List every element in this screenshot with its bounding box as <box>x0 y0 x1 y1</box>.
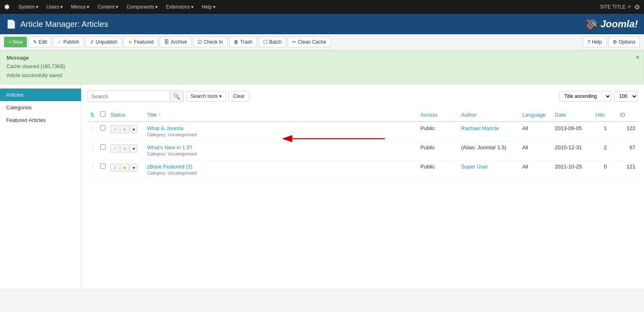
article-id: 67 <box>618 141 638 160</box>
author-link[interactable]: Rachael Maricle <box>461 125 499 131</box>
trash-icon: 🗑 <box>234 39 239 45</box>
nav-components[interactable]: Components ▾ <box>123 0 161 14</box>
joomla-logo-icon <box>585 17 599 31</box>
main-content: Articles Categories Featured Articles 🔍 … <box>0 84 644 288</box>
th-author[interactable]: Author <box>459 108 520 122</box>
article-category: Category: Uncategorised <box>147 170 197 175</box>
th-hits[interactable]: Hits <box>593 108 618 122</box>
unpublish-button[interactable]: ✗ Unpublish <box>86 37 122 47</box>
search-submit-button[interactable]: 🔍 <box>169 91 183 102</box>
search-tools-button[interactable]: Search tools ▾ <box>186 91 226 102</box>
article-title-link[interactable]: zBase Featured (2) <box>147 164 192 170</box>
table-row: ⋮ ✓ ★ ▾ What's New in 1.5?Category: Unca… <box>88 141 638 160</box>
th-date[interactable]: Date <box>552 108 593 122</box>
article-language: All <box>520 141 552 160</box>
checkin-button[interactable]: ☑ Check In <box>193 37 227 47</box>
trash-button[interactable]: 🗑 Trash <box>229 37 257 47</box>
search-input-wrap: 🔍 <box>88 91 184 102</box>
publish-status-btn[interactable]: ✓ <box>110 125 119 133</box>
nav-content[interactable]: Content ▾ <box>94 0 121 14</box>
status-wrap: ✓ ★ ▾ <box>110 164 142 172</box>
article-date: 2010-12-31 <box>552 141 593 160</box>
top-navbar: ✱ System ▾ Users ▾ Menus ▾ Content ▾ Com… <box>0 0 644 14</box>
article-hits: 1 <box>593 122 618 141</box>
featured-status-btn[interactable]: ★ <box>120 164 129 172</box>
featured-star-icon: ★ <box>128 39 132 45</box>
joomla-logo: Joomla! <box>585 17 638 31</box>
joomla-brand-icon[interactable]: ✱ <box>4 3 9 11</box>
th-access[interactable]: Access <box>418 108 459 122</box>
sidebar-item-categories[interactable]: Categories <box>0 101 81 114</box>
options-button[interactable]: ⚙ Options <box>608 37 640 47</box>
article-id: 122 <box>618 122 638 141</box>
cleancache-button[interactable]: ✂ Clean Cache <box>288 37 330 47</box>
article-access: Public <box>418 160 459 179</box>
clear-button[interactable]: Clear <box>229 91 249 102</box>
publish-status-btn[interactable]: ✓ <box>110 164 119 172</box>
message-title: Message <box>7 55 637 61</box>
table-container: ⇅ Status Title ↑ Access <box>88 108 638 179</box>
page-title: 📄 Article Manager: Articles <box>6 19 108 29</box>
select-all-checkbox[interactable] <box>100 111 106 117</box>
sidebar-item-articles[interactable]: Articles <box>0 89 81 101</box>
row-checkbox[interactable] <box>100 144 106 150</box>
search-bar: 🔍 Search tools ▾ Clear Title ascendingTi… <box>88 91 638 102</box>
publish-button[interactable]: ✓ Publish <box>53 37 84 47</box>
featured-button[interactable]: ★ Featured <box>123 37 158 47</box>
status-wrap: ✓ ★ ▾ <box>110 125 142 133</box>
article-category: Category: Uncategorised <box>147 151 197 156</box>
page-title-icon: 📄 <box>6 19 16 29</box>
row-checkbox[interactable] <box>100 164 106 169</box>
top-nav-left: ✱ System ▾ Users ▾ Menus ▾ Content ▾ Com… <box>4 0 219 14</box>
drag-handle[interactable]: ⋮ <box>90 164 95 170</box>
top-nav-right: SITE TITLE ↗ ⚙ <box>600 3 640 11</box>
site-title[interactable]: SITE TITLE ↗ <box>600 4 631 10</box>
unpublish-icon: ✗ <box>90 39 94 45</box>
search-magnifier-icon: 🔍 <box>173 93 180 100</box>
th-id[interactable]: ID <box>618 108 638 122</box>
archive-button[interactable]: 🗄 Archive <box>160 37 191 47</box>
sort-up-icon: ↑ <box>158 112 161 118</box>
th-status[interactable]: Status <box>108 108 145 122</box>
article-title-link[interactable]: What is Joomla <box>147 125 183 131</box>
featured-status-btn[interactable]: ★ <box>120 144 129 153</box>
status-dropdown-btn[interactable]: ▾ <box>130 164 137 172</box>
th-title[interactable]: Title ↑ <box>145 108 418 122</box>
status-dropdown-btn[interactable]: ▾ <box>130 144 137 153</box>
th-check[interactable] <box>98 108 108 122</box>
search-input[interactable] <box>88 91 169 102</box>
row-checkbox[interactable] <box>100 125 106 131</box>
table-header-row: ⇅ Status Title ↑ Access <box>88 108 638 122</box>
article-author: (Alias: Joomla! 1.5) <box>459 141 520 160</box>
nav-extensions[interactable]: Extensions ▾ <box>163 0 197 14</box>
status-wrap: ✓ ★ ▾ <box>110 144 142 153</box>
article-title-link[interactable]: What's New in 1.5? <box>147 144 193 150</box>
sidebar-item-featured[interactable]: Featured Articles <box>0 114 81 126</box>
message-close-button[interactable]: × <box>636 54 640 61</box>
new-button[interactable]: + New <box>4 37 27 47</box>
drag-handle[interactable]: ⋮ <box>90 125 95 131</box>
help-button[interactable]: ? Help <box>583 37 606 47</box>
header-bar: 📄 Article Manager: Articles Joomla! <box>0 14 644 34</box>
table-row: ⋮ ✓ ★ ▾ zBase Featured (2)Category: Unca… <box>88 160 638 179</box>
publish-status-btn[interactable]: ✓ <box>110 144 119 153</box>
limit-select[interactable]: 5101520253050100All <box>614 91 638 102</box>
nav-users[interactable]: Users ▾ <box>43 0 66 14</box>
batch-button[interactable]: ☐ Batch <box>259 37 286 47</box>
author-link[interactable]: Super User <box>461 164 488 170</box>
status-dropdown-btn[interactable]: ▾ <box>130 125 137 133</box>
nav-menus[interactable]: Menus ▾ <box>68 0 92 14</box>
settings-icon[interactable]: ⚙ <box>634 3 640 11</box>
article-author: Rachael Maricle <box>459 122 520 141</box>
th-language[interactable]: Language <box>520 108 552 122</box>
edit-button[interactable]: ✎ Edit <box>29 37 51 47</box>
drag-handle[interactable]: ⋮ <box>90 144 95 150</box>
help-icon: ? <box>587 39 590 45</box>
featured-status-btn[interactable]: ★ <box>120 125 129 133</box>
nav-help[interactable]: Help ▾ <box>198 0 219 14</box>
message-text: Cache cleaned (180.73KB) Article success… <box>7 62 637 80</box>
sort-select[interactable]: Title ascendingTitle descendingDate asce… <box>559 91 611 102</box>
th-order[interactable]: ⇅ <box>88 108 98 122</box>
article-category: Category: Uncategorised <box>147 132 197 137</box>
nav-system[interactable]: System ▾ <box>15 0 42 14</box>
